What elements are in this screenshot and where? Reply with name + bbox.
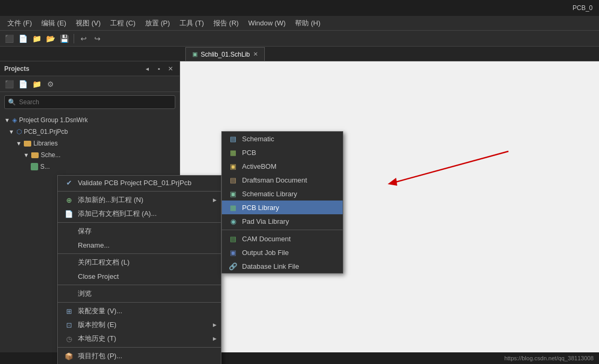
menu-help[interactable]: 帮助 (H) [291,17,325,30]
ctx2-padvia-label: Pad Via Library [242,217,289,225]
toolbar-btn-1[interactable]: ⬛ [3,33,15,44]
search-input[interactable] [19,98,172,106]
ctx2-sep-1 [222,230,343,230]
toolbar-btn-5[interactable]: 💾 [58,33,70,44]
ctx2-pcb-label: PCB [242,149,256,157]
ctx1-validate[interactable]: ✔ Validate PCB Project PCB_01.PrjPcb [58,176,221,189]
ctx2-pcblib-icon: ▦ [228,203,238,212]
search-box[interactable]: 🔍 [4,95,175,109]
panel-menu-btn[interactable]: ▪ [154,64,164,74]
toolbar-btn-4[interactable]: 📂 [44,33,56,44]
ctx2-dblink-label: Database Link File [242,262,299,270]
svg-marker-1 [388,178,397,186]
ctx1-assembly[interactable]: ⊞ 装配变量 (V)... [58,304,221,318]
ctx2-pcb-icon: ▦ [228,148,238,157]
tree-group-label: Project Group 1.DsnWrk [19,116,88,124]
ctx1-history-label: 本地历史 (T) [78,334,116,343]
ctx1-add-existing-label: 添加已有文档到工程 (A)... [78,209,157,219]
tree-sche-folder-icon [31,152,39,158]
tree-sche-arrow: ▼ [23,152,29,158]
ctx2-output-icon: ▣ [228,248,238,257]
ctx2-cam-label: CAM Document [242,235,291,243]
panel-toolbar-btn-4[interactable]: ⚙ [44,78,56,90]
ctx2-padvia[interactable]: ◉ Pad Via Library [222,214,343,228]
panel-header-icons: ◂ ▪ ✕ [142,64,175,74]
ctx2-draftsman-icon: ▤ [228,175,238,185]
menu-view[interactable]: 视图 (V) [71,17,105,30]
ctx1-close-doc[interactable]: 关闭工程文档 (L) [58,256,221,269]
ctx2-pcblib[interactable]: ▦ PCB Library [222,201,343,214]
menu-window[interactable]: Window (W) [244,17,290,29]
tree-sche-label: Sche... [41,151,60,159]
ctx1-sep-6 [58,347,221,348]
tree-project[interactable]: ▼ ⬡ PCB_01.PrjPcb [0,126,180,138]
ctx1-history-icon: ◷ [64,334,74,343]
panel-title: Projects [4,65,29,72]
menu-project[interactable]: 工程 (C) [106,17,140,30]
tab-close-btn[interactable]: ✕ [253,51,258,58]
ctx1-history[interactable]: ◷ 本地历史 (T) [58,332,221,345]
tree-libraries[interactable]: ▼ Libraries [0,138,180,149]
ctx1-close-project-label: Close Project [78,272,119,280]
panel-pin-btn[interactable]: ◂ [142,64,152,74]
tab-schlib[interactable]: ▣ Schlib_01.SchLib ✕ [185,47,265,61]
tree-project-arrow: ▼ [8,129,14,135]
ctx1-package[interactable]: 📦 项目打包 (P)... [58,349,221,363]
ctx1-save[interactable]: 保存 [58,224,221,238]
red-arrow-annotation [376,146,519,188]
ctx1-package-label: 项目打包 (P)... [78,351,122,361]
tab-schlib-icon: ▣ [192,51,198,58]
ctx1-close-project[interactable]: Close Project [58,269,221,283]
ctx2-activebom-icon: ▣ [228,161,238,171]
ctx2-activebom-label: ActiveBOM [242,162,276,170]
panel-toolbar-btn-1[interactable]: ⬛ [3,78,15,90]
ctx1-save-icon [64,226,74,236]
ctx2-draftsman[interactable]: ▤ Draftsman Document [222,173,343,187]
ctx1-add-existing[interactable]: 📄 添加已有文档到工程 (A)... [58,207,221,221]
ctx2-schematic[interactable]: ▤ Schematic [222,132,343,145]
ctx1-version[interactable]: ⊡ 版本控制 (E) [58,318,221,332]
tree-schlib-icon [31,163,38,170]
ctx1-version-label: 版本控制 (E) [78,320,117,330]
menu-edit[interactable]: 编辑 (E) [37,17,70,30]
tab-schlib-label: Schlib_01.SchLib [201,51,250,58]
toolbar-btn-3[interactable]: 📁 [31,33,42,44]
svg-line-0 [392,151,508,183]
tree-schlib-file[interactable]: S... [0,161,180,172]
menu-file[interactable]: 文件 (F) [3,17,36,30]
ctx2-dblink-icon: 🔗 [228,261,238,271]
status-text: https://blog.csdn.net/qq_38113008 [504,355,594,361]
menu-bar: 文件 (F) 编辑 (E) 视图 (V) 工程 (C) 放置 (P) 工具 (T… [0,16,599,31]
ctx2-schlib[interactable]: ▣ Schematic Library [222,187,343,201]
toolbar-undo[interactable]: ↩ [78,33,90,44]
ctx2-cam[interactable]: ▤ CAM Document [222,232,343,245]
tree-project-group[interactable]: ▼ ◈ Project Group 1.DsnWrk [0,114,180,126]
ctx1-close-project-icon [64,271,74,281]
menu-place[interactable]: 放置 (P) [141,17,174,30]
menu-report[interactable]: 报告 (R) [209,17,243,30]
ctx1-close-doc-icon [64,258,74,267]
ctx1-rename[interactable]: Rename... [58,238,221,252]
ctx1-sep-5 [58,302,221,303]
ctx2-pcblib-label: PCB Library [242,204,279,212]
ctx1-validate-icon: ✔ [64,178,74,187]
tree-sche[interactable]: ▼ Sche... [0,149,180,161]
panel-close-btn[interactable]: ✕ [166,64,175,74]
ctx2-dblink[interactable]: 🔗 Database Link File [222,259,343,273]
panel-toolbar-btn-2[interactable]: 📄 [17,78,29,90]
search-icon: 🔍 [8,98,16,106]
tree-lib-folder-icon [24,141,31,147]
ctx1-browse[interactable]: 浏览 [58,287,221,301]
ctx2-activebom[interactable]: ▣ ActiveBOM [222,159,343,173]
panel-toolbar-btn-3[interactable]: 📁 [31,78,42,90]
ctx2-output[interactable]: ▣ Output Job File [222,245,343,259]
menu-tools[interactable]: 工具 (T) [175,17,208,30]
ctx2-schlib-icon: ▣ [228,189,238,198]
toolbar-redo[interactable]: ↪ [92,33,103,44]
toolbar-btn-2[interactable]: 📄 [17,33,29,44]
ctx1-add-new-icon: ⊕ [64,195,74,205]
toolbar: ⬛ 📄 📁 📂 💾 ↩ ↪ [0,31,599,47]
tree-project-label: PCB_01.PrjPcb [24,128,68,135]
ctx1-add-new[interactable]: ⊕ 添加新的...到工程 (N) [58,193,221,207]
ctx2-pcb[interactable]: ▦ PCB [222,145,343,159]
